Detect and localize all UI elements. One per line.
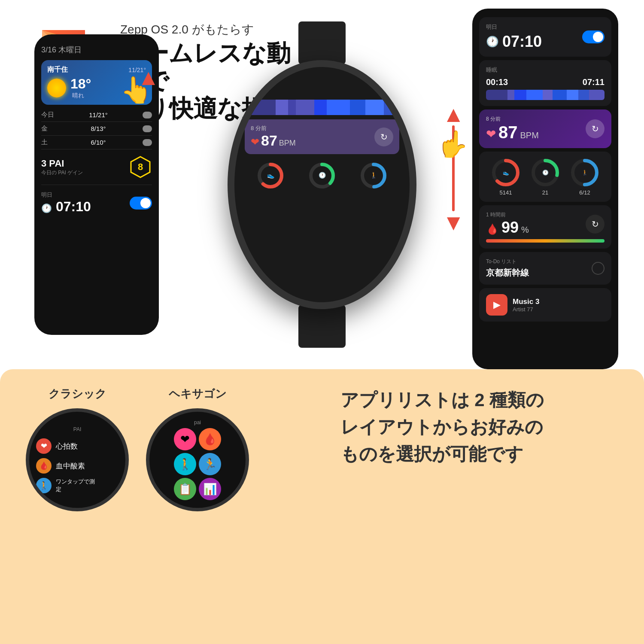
rp-hr-ago: 8 分前 bbox=[486, 115, 539, 123]
watch-strap-bottom bbox=[298, 305, 346, 348]
phone-date: 3/16 木曜日 bbox=[41, 45, 152, 55]
hand-pointer-right: 👆 bbox=[437, 129, 469, 159]
rp-spo2-ago: 1 時間前 bbox=[486, 211, 529, 219]
svg-text:🚶: 🚶 bbox=[370, 172, 378, 179]
hexagon-label: ヘキサゴン bbox=[169, 386, 227, 401]
classic-list: PAI ❤ 心拍数 🩸 血中酸素 🚶 ワンタップで測定 bbox=[29, 418, 125, 502]
rp-hr-widget: 8 分前 ❤ 87 BPM ↻ bbox=[479, 109, 611, 148]
watch-refresh-btn[interactable]: ↻ bbox=[374, 128, 393, 146]
rp-sleep-bar bbox=[486, 90, 605, 100]
alarm-toggle[interactable] bbox=[130, 197, 152, 210]
watch-ring-activity: 👟 bbox=[257, 162, 284, 189]
rp-sleep-times: 00:13 07:11 bbox=[486, 77, 605, 87]
cloud-icon-2 bbox=[143, 125, 152, 132]
scroll-arrows: ▲ ▼ bbox=[443, 103, 465, 234]
hex-item-0: ❤ bbox=[174, 428, 196, 450]
rp-spo2-bar bbox=[486, 239, 605, 243]
music-play-button[interactable]: ▶ bbox=[486, 294, 507, 316]
arrow-up-icon: ▲ bbox=[443, 103, 465, 125]
hand-pointer-bottom: 👆 bbox=[120, 75, 152, 105]
watch-sleep-bar bbox=[245, 100, 399, 115]
rp-spo2-value: 99 bbox=[501, 219, 519, 237]
forecast-row-0: 今日 11/21° bbox=[41, 108, 152, 122]
rp-rings-widget: 👟 5141 🕐 21 🚶 6/12 bbox=[479, 152, 611, 202]
forecast-row-2: 土 6/10° bbox=[41, 136, 152, 149]
watch-ring-exercise: 🕐 bbox=[308, 162, 336, 189]
rp-todo-widget: To-Do リスト 京都新幹線 bbox=[479, 252, 611, 285]
todo-checkbox[interactable] bbox=[592, 262, 605, 275]
rp-music-widget: ▶ Music 3 Artist 77 bbox=[479, 288, 611, 322]
watch-face: .13 0/. bbox=[228, 60, 416, 309]
hex-item-4: 📋 bbox=[174, 478, 196, 500]
classic-label: クラシック bbox=[49, 386, 106, 401]
rp-todo-item: 京都新幹線 bbox=[486, 267, 529, 279]
watch-crown bbox=[412, 174, 416, 195]
hexagon-column: ヘキサゴン pai ❤ 🩸 🚶 🏃 bbox=[146, 386, 249, 511]
rp-alarm-label: 明日 bbox=[486, 23, 542, 31]
watch-ring-stand: 🚶 bbox=[360, 162, 387, 189]
classic-item-onetap: 🚶 ワンタップで測定 bbox=[36, 478, 118, 493]
rp-spo2-refresh[interactable]: ↻ bbox=[586, 215, 605, 234]
hex-item-2: 🚶 bbox=[174, 453, 196, 475]
music-artist: Artist 77 bbox=[513, 306, 539, 313]
bottom-section: クラシック PAI ❤ 心拍数 🩸 血中酸素 🚶 ワンタップで測定 bbox=[0, 369, 644, 644]
watch-screen: .13 0/. bbox=[234, 67, 410, 302]
weather-current-temp: 18° bbox=[70, 76, 91, 92]
right-phone-panel: 明日 🕐 07:10 睡眠 00:13 07:11 bbox=[472, 9, 618, 369]
rp-sleep-label: 睡眠 bbox=[486, 66, 497, 74]
rp-ring-exercise: 🕐 21 bbox=[530, 158, 560, 196]
hexagon-watch: pai ❤ 🩸 🚶 🏃 📋 📊 bbox=[146, 408, 249, 511]
rp-refresh-btn[interactable]: ↻ bbox=[586, 119, 605, 138]
pai-value: 8 bbox=[138, 161, 143, 173]
rp-exercise-value: 21 bbox=[542, 189, 548, 196]
weather-location: 南千住 bbox=[47, 65, 68, 74]
svg-text:🕐: 🕐 bbox=[319, 172, 326, 179]
rp-ring-steps: 👟 5141 bbox=[491, 158, 521, 196]
pai-hexagon: 8 bbox=[129, 155, 152, 179]
forecast-list: 今日 11/21° 金 8/13° 土 6/10° bbox=[41, 108, 152, 149]
alarm-label: 明日 bbox=[41, 191, 91, 199]
pai-card: 3 PAI 今日の PAI ゲイン 8 bbox=[41, 149, 152, 185]
hex-grid: pai ❤ 🩸 🚶 🏃 📋 📊 bbox=[165, 411, 230, 509]
sun-icon bbox=[47, 79, 66, 97]
rp-steps-value: 5141 bbox=[500, 189, 512, 196]
left-alarm-card: 明日 🕐 07:10 bbox=[41, 185, 152, 221]
rp-hr-unit: BPM bbox=[520, 131, 539, 140]
bottom-left: クラシック PAI ❤ 心拍数 🩸 血中酸素 🚶 ワンタップで測定 bbox=[26, 386, 249, 511]
arrow-down-icon: ▼ bbox=[443, 211, 465, 234]
rp-alarm-widget: 明日 🕐 07:10 bbox=[479, 17, 611, 57]
classic-item-hr: ❤ 心拍数 bbox=[36, 438, 118, 454]
forecast-row-1: 金 8/13° bbox=[41, 122, 152, 136]
svg-text:🕐: 🕐 bbox=[542, 169, 549, 176]
classic-column: クラシック PAI ❤ 心拍数 🩸 血中酸素 🚶 ワンタップで測定 bbox=[26, 386, 129, 511]
watch-hr-card: 8 分前 ❤ 87 BPM ↻ bbox=[245, 119, 399, 154]
bottom-description: アプリリストは 2 種類の レイアウトからお好みの ものを選択が可能です bbox=[340, 386, 544, 468]
center-watch: .13 0/. bbox=[228, 60, 416, 309]
rp-todo-label: To-Do リスト bbox=[486, 258, 529, 265]
rp-stand-value: 6/12 bbox=[579, 189, 590, 196]
rp-ring-stand: 🚶 6/12 bbox=[570, 158, 600, 196]
watch-strap-top bbox=[298, 21, 346, 64]
hex-item-3: 🏃 bbox=[199, 453, 221, 475]
svg-text:🚶: 🚶 bbox=[582, 169, 588, 176]
bottom-right: アプリリストは 2 種類の レイアウトからお好みの ものを選択が可能です bbox=[266, 386, 618, 468]
watch-top-row: .13 0/. bbox=[245, 84, 399, 95]
classic-watch: PAI ❤ 心拍数 🩸 血中酸素 🚶 ワンタップで測定 bbox=[26, 408, 129, 511]
top-section: ZEPP OS Zepp OS 2.0 がもたらす シームレスな動作で より快適… bbox=[0, 0, 644, 378]
rp-spo2-unit: % bbox=[521, 225, 529, 235]
rp-spo2-widget: 1 時間前 🩸 99 % ↻ bbox=[479, 205, 611, 249]
classic-item-spo2: 🩸 血中酸素 bbox=[36, 458, 118, 474]
music-title: Music 3 bbox=[513, 298, 539, 306]
weather-condition: 晴れ bbox=[72, 92, 91, 100]
pai-subtitle: 今日の PAI ゲイン bbox=[41, 169, 83, 176]
hex-item-5: 📊 bbox=[199, 478, 221, 500]
alarm-time: 🕐 07:10 bbox=[41, 199, 91, 215]
cloud-icon bbox=[143, 112, 152, 118]
cloud-icon-3 bbox=[143, 139, 152, 146]
svg-text:👟: 👟 bbox=[503, 169, 509, 176]
rp-alarm-time: 🕐 07:10 bbox=[486, 33, 542, 51]
rp-alarm-toggle[interactable] bbox=[582, 30, 605, 43]
rp-sleep-widget: 睡眠 00:13 07:11 bbox=[479, 60, 611, 106]
hex-item-1: 🩸 bbox=[199, 428, 221, 450]
svg-text:👟: 👟 bbox=[267, 172, 275, 179]
